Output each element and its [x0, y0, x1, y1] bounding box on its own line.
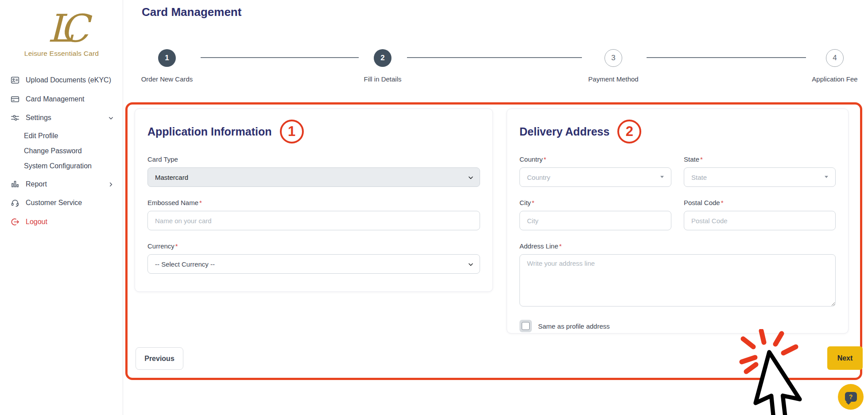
step-1-label: Order New Cards	[141, 75, 193, 83]
card-type-select[interactable]: Mastercard	[147, 167, 480, 187]
address-line-textarea[interactable]	[519, 254, 836, 306]
card-type-label: Card Type	[147, 155, 480, 163]
help-chat-button[interactable]: ?	[838, 384, 864, 410]
chevron-down-icon	[468, 261, 474, 269]
sidebar-subitem-system-configuration[interactable]: System Configuration	[10, 159, 115, 174]
sidebar-item-logout[interactable]: Logout	[10, 213, 115, 233]
sidebar: LC Leisure Essentials Card Upload Docume…	[0, 0, 123, 415]
delivery-address-heading: Delivery Address	[519, 125, 609, 138]
logout-icon	[11, 217, 19, 229]
step-connector	[407, 57, 582, 58]
same-as-profile-label: Same as profile address	[538, 322, 610, 330]
bar-chart-icon	[11, 180, 19, 191]
sidebar-item-label: Card Management	[26, 94, 85, 104]
same-as-profile-checkbox-row[interactable]: Same as profile address	[519, 320, 836, 332]
country-placeholder: Country	[527, 174, 550, 181]
previous-button[interactable]: Previous	[136, 347, 183, 370]
postal-code-label: Postal Code*	[684, 199, 836, 206]
step-2-label: Fill in Details	[364, 75, 401, 83]
chevron-down-icon	[108, 114, 114, 124]
city-label: City*	[519, 199, 671, 206]
sidebar-item-card-management[interactable]: Card Management	[10, 91, 115, 110]
sidebar-subitem-edit-profile[interactable]: Edit Profile	[10, 128, 115, 144]
help-question-glyph: ?	[849, 393, 853, 400]
country-select[interactable]: Country	[519, 167, 671, 187]
brand-name: Leisure Essentials Card	[0, 50, 123, 58]
step-2-circle: 2	[374, 49, 391, 67]
annotation-circle-1: 1	[280, 120, 304, 144]
postal-code-input[interactable]	[684, 211, 836, 230]
checkbox-unchecked-icon[interactable]	[519, 320, 532, 332]
card-management-page: LC Leisure Essentials Card Upload Docume…	[0, 0, 868, 415]
lc-monogram-icon: LC	[24, 7, 99, 48]
sidebar-subitem-change-password[interactable]: Change Password	[10, 144, 115, 159]
embossed-name-label: Embossed Name*	[147, 199, 480, 206]
step-1-circle: 1	[158, 49, 176, 67]
dropdown-arrow-icon	[660, 176, 664, 178]
id-card-icon	[11, 76, 19, 87]
next-button[interactable]: Next	[827, 346, 863, 370]
sidebar-item-label: Settings	[26, 113, 51, 123]
card-type-value: Mastercard	[155, 174, 188, 181]
sidebar-item-settings[interactable]: Settings	[10, 109, 115, 128]
sidebar-item-label: Logout	[26, 217, 47, 227]
credit-card-icon	[11, 95, 19, 106]
application-information-heading: Application Information	[147, 125, 272, 138]
state-select[interactable]: State	[684, 167, 836, 187]
page-title: Card Management	[142, 5, 241, 19]
state-placeholder: State	[691, 174, 707, 181]
cursor-arrow-icon	[750, 352, 811, 415]
click-cursor-annotation	[728, 329, 830, 415]
step-4-circle: 4	[826, 49, 844, 67]
sidebar-item-report[interactable]: Report	[10, 176, 115, 195]
chevron-right-icon	[108, 181, 114, 190]
brand-logo: LC Leisure Essentials Card	[0, 7, 123, 58]
dropdown-arrow-icon	[825, 176, 828, 178]
chat-help-icon: ?	[845, 392, 857, 402]
state-label: State*	[684, 155, 836, 163]
sliders-icon	[11, 113, 19, 125]
currency-select[interactable]: -- Select Currency --	[147, 254, 480, 274]
sidebar-item-label: Upload Documents (eKYC)	[26, 75, 111, 85]
sidebar-item-label: Customer Service	[26, 198, 82, 208]
sidebar-menu: Upload Documents (eKYC) Card Management	[0, 72, 123, 233]
sidebar-item-customer-service[interactable]: Customer Service	[10, 194, 115, 213]
headset-icon	[11, 198, 19, 210]
currency-label: Currency*	[147, 242, 480, 250]
step-4-label: Application Fee	[812, 75, 857, 83]
monogram-text: LC	[48, 7, 93, 48]
delivery-address-card: Delivery Address 2 Country* Country Stat…	[507, 109, 849, 334]
step-connector	[201, 57, 359, 58]
embossed-name-input[interactable]	[147, 211, 480, 230]
application-information-card: Application Information 1 Card Type Mast…	[135, 109, 493, 292]
step-connector	[647, 57, 806, 58]
step-3-circle: 3	[604, 49, 622, 67]
currency-value: -- Select Currency --	[155, 260, 215, 268]
address-line-label: Address Line*	[519, 242, 836, 250]
sidebar-item-label: Report	[26, 179, 47, 189]
country-label: Country*	[519, 155, 671, 163]
chevron-down-icon	[468, 175, 474, 182]
sidebar-item-upload-documents[interactable]: Upload Documents (eKYC)	[10, 72, 115, 91]
step-3-label: Payment Method	[588, 75, 638, 83]
city-input[interactable]	[519, 211, 671, 230]
annotation-circle-2: 2	[617, 120, 641, 144]
